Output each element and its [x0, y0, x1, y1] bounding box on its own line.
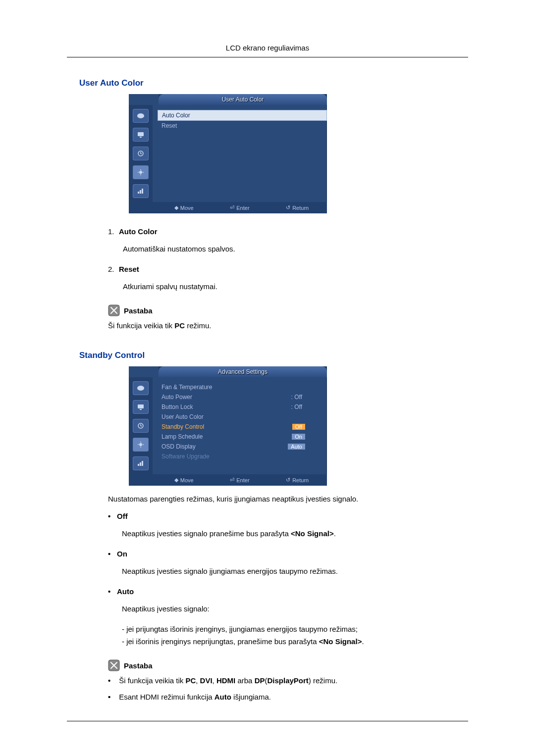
osd-title: User Auto Color — [159, 94, 327, 105]
list-item: • Esant HDMI režimui funkcija Auto išjun… — [108, 693, 456, 701]
svg-rect-1 — [138, 132, 144, 136]
section-title-standby-control: Standby Control — [79, 351, 456, 360]
note-text: Ši funkcija veikia tik PC režimu. — [108, 321, 456, 330]
osd-menu-item: Lamp ScheduleOn — [158, 432, 327, 442]
chart-icon — [133, 456, 149, 470]
svg-rect-14 — [138, 404, 144, 408]
list-item: •Auto Neaptikus įvesties signalo: - jei … — [108, 587, 456, 646]
osd-footer-move: ◆ Move — [174, 477, 194, 483]
svg-rect-9 — [138, 192, 139, 194]
clock-icon — [133, 419, 149, 433]
palette-icon — [133, 381, 149, 395]
list-item: •On Neaptikus įvesties signalo įjungiama… — [108, 550, 456, 575]
svg-rect-15 — [140, 409, 142, 410]
osd-menu-item: Reset — [158, 121, 327, 131]
gear-icon — [133, 438, 149, 452]
note-label: Pastaba — [124, 306, 153, 315]
divider-top — [67, 57, 468, 57]
svg-point-13 — [137, 386, 144, 391]
svg-rect-24 — [142, 461, 143, 466]
svg-point-17 — [139, 443, 142, 446]
clock-icon — [133, 147, 149, 160]
palette-icon — [133, 109, 149, 123]
osd-menu-item: Standby ControlOff — [158, 422, 327, 432]
gear-icon — [133, 165, 149, 179]
chart-icon — [133, 184, 149, 198]
osd-menu-item: Fan & Temperature — [158, 382, 327, 392]
screen-icon — [133, 128, 149, 142]
svg-point-0 — [137, 113, 144, 118]
note-label: Pastaba — [124, 661, 153, 670]
svg-rect-22 — [138, 464, 139, 466]
osd-footer-return: ↺ Return — [286, 204, 309, 211]
osd-footer-move: ◆ Move — [174, 204, 194, 211]
svg-rect-23 — [140, 462, 141, 466]
list-item: •Off Neaptikus įvesties signalo pranešim… — [108, 512, 456, 538]
osd-title: Advanced Settings — [159, 366, 327, 377]
osd-menu-item: OSD DisplayAuto — [158, 442, 327, 452]
list-item: • Ši funkcija veikia tik PC, DVI, HDMI a… — [108, 676, 456, 685]
osd-footer-enter: ⏎ Enter — [230, 204, 249, 211]
note-icon — [108, 659, 120, 671]
osd-menu-item: Auto Color — [158, 110, 327, 121]
section-title-user-auto-color: User Auto Color — [79, 78, 456, 88]
svg-rect-2 — [140, 137, 142, 138]
osd-footer-enter: ⏎ Enter — [230, 477, 249, 483]
screen-icon — [133, 400, 149, 414]
osd-menu-item: Button Lock: Off — [158, 402, 327, 412]
note-icon — [108, 304, 120, 316]
svg-rect-11 — [142, 189, 143, 194]
divider-bottom — [67, 721, 468, 721]
svg-rect-10 — [140, 190, 141, 194]
svg-point-4 — [139, 171, 142, 174]
osd-menu-item: User Auto Color — [158, 412, 327, 422]
intro-text: Nustatomas parengties režimas, kuris įju… — [108, 495, 456, 503]
osd-screenshot-advanced-settings: Advanced Settings Fan & Temperature Auto… — [129, 366, 327, 486]
list-item: 2.Reset Atkuriami spalvų nustatymai. — [108, 265, 456, 291]
osd-footer-return: ↺ Return — [286, 477, 309, 483]
list-item: 1.Auto Color Automatiškai nustatomos spa… — [108, 227, 456, 253]
osd-menu-item: Software Upgrade — [158, 452, 327, 461]
osd-menu-item: Auto Power: Off — [158, 392, 327, 402]
page-header: LCD ekrano reguliavimas — [0, 44, 535, 52]
osd-screenshot-user-auto-color: User Auto Color Auto Color Reset — [129, 94, 327, 213]
